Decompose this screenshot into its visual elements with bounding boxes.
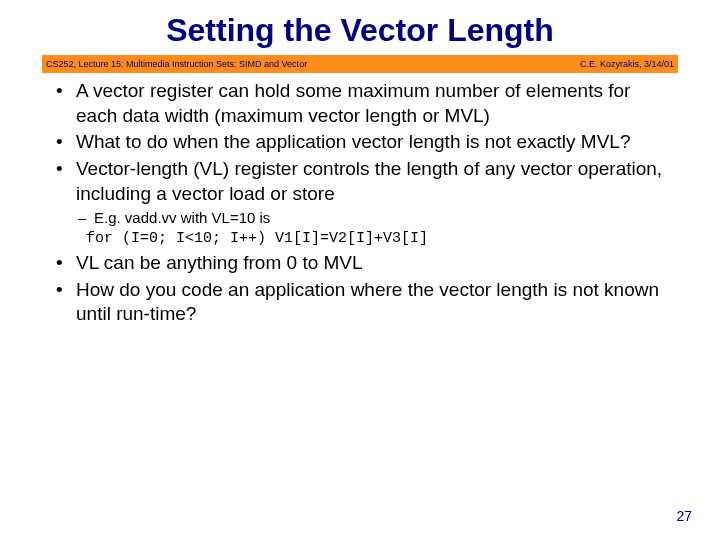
sub-item: E.g. vadd.vv with VL=10 is <box>76 208 672 228</box>
bullet-item: Vector-length (VL) register controls the… <box>48 157 672 206</box>
bullet-item: How do you code an application where the… <box>48 278 672 327</box>
bullet-item: What to do when the application vector l… <box>48 130 672 155</box>
bullet-item: VL can be anything from 0 to MVL <box>48 251 672 276</box>
header-banner: CS252, Lecture 15: Multimedia Instructio… <box>42 55 678 73</box>
banner-left: CS252, Lecture 15: Multimedia Instructio… <box>46 59 307 69</box>
bullet-list: A vector register can hold some maximum … <box>48 79 672 206</box>
bullet-item: A vector register can hold some maximum … <box>48 79 672 128</box>
sub-list: E.g. vadd.vv with VL=10 is for (I=0; I<1… <box>76 208 672 249</box>
slide-content: A vector register can hold some maximum … <box>48 79 672 327</box>
code-line: for (I=0; I<10; I++) V1[I]=V2[I]+V3[I] <box>86 229 672 249</box>
page-number: 27 <box>676 508 692 524</box>
banner-right: C.E. Kozyrakis, 3/14/01 <box>580 59 674 69</box>
bullet-list-2: VL can be anything from 0 to MVL How do … <box>48 251 672 327</box>
slide-title: Setting the Vector Length <box>0 12 720 49</box>
